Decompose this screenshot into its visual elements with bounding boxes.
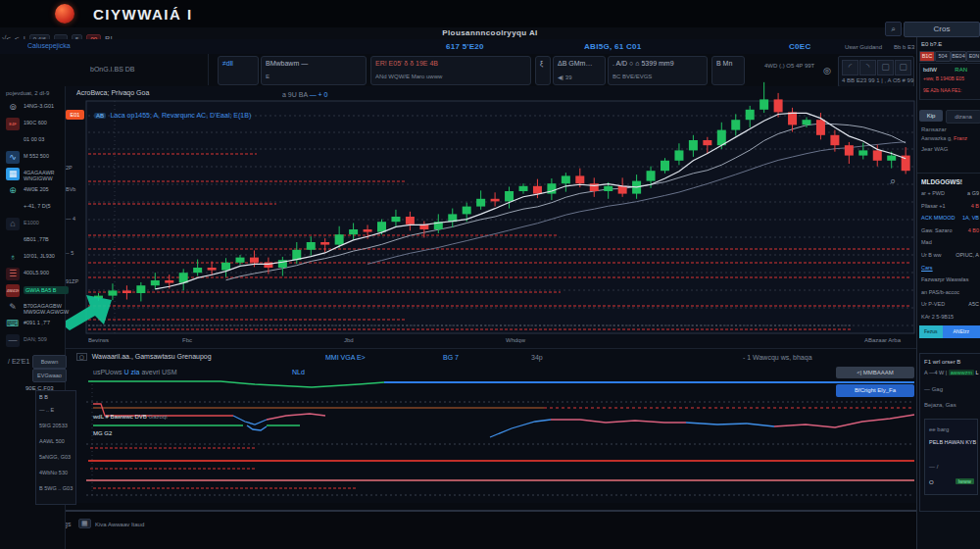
price-axis-label-2: BVb bbox=[66, 186, 84, 192]
subpanel-row-3[interactable]: 5aNGG, G03 bbox=[39, 454, 74, 460]
toolbar-group-0[interactable]: ≠dll bbox=[218, 56, 259, 85]
right-panel: E0 b?.E B1C504BE04E0N bdIW RAN +ww, B 19… bbox=[916, 37, 980, 549]
rp-row-label-0[interactable]: ar + PWD bbox=[921, 190, 945, 196]
quote-box[interactable]: bdIW RAN +ww, B 1940B E05 9E A2b NAA FE1… bbox=[919, 63, 980, 100]
price-value-2: ABI5G, 61 C01 bbox=[584, 42, 642, 51]
close-button[interactable]: Cros bbox=[904, 22, 980, 37]
subpanel-row-1[interactable]: 59IG 20533 bbox=[39, 423, 74, 428]
sidebar-icon-11: 4W419 bbox=[6, 284, 20, 297]
sidebar-button-2[interactable]: EVGwaao bbox=[32, 369, 67, 382]
document-title: Plousannncoolryyqu AI bbox=[0, 28, 980, 37]
thumbnail-2[interactable]: ▢ bbox=[877, 60, 894, 75]
sidebar-item-0[interactable]: ⊚14NG-3.G01 bbox=[0, 100, 65, 116]
rp-row-label-9[interactable]: Ur P-VED bbox=[921, 301, 945, 307]
subpanel-row-0[interactable]: — .. E bbox=[39, 407, 74, 413]
rp-row-value-0: a G9 bbox=[967, 190, 979, 196]
ob-confirm-button[interactable]: Iwww bbox=[956, 478, 974, 484]
toolbar-group-6[interactable]: B Mn bbox=[711, 56, 745, 85]
thumbnail-3[interactable]: ▢ bbox=[895, 60, 911, 75]
chart-title-badge: AB bbox=[94, 113, 106, 119]
toolbar-group-1[interactable]: BMwbawm —E bbox=[261, 56, 367, 85]
rp-row-value-1: 4 B bbox=[971, 203, 979, 209]
tab-dizana[interactable]: dizana bbox=[946, 110, 980, 124]
sidebar-header: pojevduat, 2 dl-9 bbox=[6, 89, 63, 97]
ind-sub-b1[interactable]: U zia bbox=[124, 369, 140, 375]
search-icon[interactable]: ⌕ bbox=[885, 22, 902, 36]
toolbar-group-3[interactable]: ξ bbox=[535, 56, 551, 85]
settings-icon[interactable]: ◎ bbox=[823, 66, 831, 75]
toolbar-group-2[interactable]: ER! E05' δ δ 19E 4BANd WQW/E Maro uwww bbox=[370, 56, 531, 85]
sidebar-item-5[interactable]: ⊕4W0E 205 bbox=[0, 183, 65, 199]
sidebar-value-5: 4W0E 205 bbox=[24, 186, 65, 192]
sidebar-icon-12: ✎ bbox=[6, 301, 20, 314]
ob-l1: ee barg bbox=[929, 425, 949, 433]
toolbar-loose-items[interactable]: 4WD (.) O5 4P 99T bbox=[764, 62, 814, 70]
sidebar-subpanel: B B — .. E59IG 20533AAWL 5005aNGG, G034W… bbox=[35, 390, 76, 505]
subpanel-row-2[interactable]: AAWL 500 bbox=[39, 438, 74, 444]
progress-left: Fezus bbox=[919, 325, 943, 338]
indicator-name: Wawaaril.aa., Gamsawtasu Grenaupog bbox=[92, 353, 212, 360]
indicator-param-1[interactable]: MMI VGA E> bbox=[325, 353, 366, 362]
indicator-line1-label: wdL # Bawwwc DVB Gazoqi bbox=[93, 413, 167, 421]
thumbnail-1[interactable]: ◝ bbox=[859, 60, 876, 75]
rp-row-label-5[interactable]: Ur B ww bbox=[921, 252, 941, 258]
tab-kip[interactable]: Kip bbox=[919, 110, 943, 122]
rp-row-label-10[interactable]: KAr 2 5-9B15 bbox=[921, 314, 954, 320]
sidebar-item-7[interactable]: ⌂E1000 bbox=[0, 217, 65, 232]
sidebar-item-3[interactable]: ∿M 552 500 bbox=[0, 150, 65, 166]
sidebar-button-1[interactable]: Bowwn bbox=[32, 355, 67, 369]
rp-row-label-7[interactable]: Fazwazpr Wawwlas bbox=[921, 276, 968, 282]
user-guide-label[interactable]: Uswr Guidand bbox=[845, 43, 882, 51]
indicator-blue-badge[interactable]: BfCright Ely_Fa bbox=[836, 384, 914, 397]
rp-row-label-4[interactable]: Mad bbox=[921, 239, 932, 245]
indicator-subheader: usPUows U zia avevri USM bbox=[93, 368, 177, 376]
sidebar-icon-13: ⌨ bbox=[6, 318, 20, 330]
sidebar-item-2[interactable]: 01 00 03 bbox=[0, 133, 65, 149]
rp-badge-3[interactable]: E0N bbox=[966, 51, 980, 62]
toolbar-group-5[interactable]: . A/D ○ ⌂ 5399 mm9BC BVE/EVGS bbox=[608, 56, 708, 85]
indicator-collapse-icon[interactable]: ▢ bbox=[76, 353, 87, 361]
rp-mini-l2b: Franz bbox=[954, 135, 967, 141]
x-axis-label-4: ABazaar Arba bbox=[864, 336, 901, 344]
indicator-param-3: 34p bbox=[531, 353, 543, 362]
subpanel-row-4[interactable]: 4WbNo 530 bbox=[39, 470, 74, 475]
quote-change: RAN bbox=[955, 66, 967, 74]
sidebar-item-14[interactable]: —DAN; 509 bbox=[0, 333, 65, 349]
rp-row-label-3[interactable]: Gaw. Sazaro bbox=[921, 227, 953, 233]
rp-row-label-1[interactable]: Pllasar +1 bbox=[921, 203, 946, 209]
symbol-label[interactable]: Calusepejicka bbox=[27, 42, 71, 49]
toolbar-group-4[interactable]: ΔB GMm…◀| 39 bbox=[553, 56, 606, 85]
order-inner-box[interactable]: ee barg PELB HAWAN KYB — / O Iwww bbox=[924, 419, 978, 495]
order-row2: — Gag bbox=[924, 385, 943, 393]
sidebar-item-1[interactable]: E4F190C 600 bbox=[0, 117, 65, 132]
status-badge-icon[interactable]: ▦ bbox=[78, 519, 91, 528]
rp-mini-l1: Ransazar bbox=[921, 125, 947, 133]
order-row1-tail: L bbox=[976, 370, 979, 375]
sidebar-item-11[interactable]: 4W419GWIA BA5 B bbox=[0, 283, 65, 299]
toolbar-group-sub-4: ◀| 39 bbox=[558, 74, 572, 80]
magnifier-icon[interactable]: ⌕ bbox=[890, 175, 896, 187]
rp-badge-1[interactable]: 504 bbox=[935, 51, 951, 62]
rp-row-label-2[interactable]: ACK MMOOD bbox=[921, 215, 956, 221]
sidebar-item-4[interactable]: ▦4GAGAAWR WNGIGWW bbox=[0, 167, 65, 182]
rp-row-label-8[interactable]: an PAS/b-accoc bbox=[921, 289, 959, 295]
rp-badge-2[interactable]: BE04 bbox=[951, 51, 966, 62]
chart-header-mid-blue[interactable]: — + 0 bbox=[310, 91, 328, 98]
rp-badge-0[interactable]: B1C bbox=[919, 51, 935, 62]
sidebar-item-13[interactable]: ⌨#091 1 ,7'7 bbox=[0, 317, 65, 332]
sidebar-value-2: 01 00 03 bbox=[24, 136, 65, 142]
toolbar-group-label-1: BMwbawm — bbox=[266, 60, 308, 67]
subpanel-row-5[interactable]: B 5WG .. G03 bbox=[39, 485, 74, 491]
indicator-gray-badge[interactable]: <| MMBAAAM bbox=[836, 367, 914, 378]
thumbnail-0[interactable]: ◜ bbox=[842, 60, 858, 75]
sidebar-item-8[interactable]: 6B01 ,77B bbox=[0, 233, 65, 249]
title-bar: CIYWWAIÁ I bbox=[0, 0, 980, 28]
sidebar-item-9[interactable]: ♁10!01, JL930 bbox=[0, 250, 65, 266]
indicator-sub-link[interactable]: NLd bbox=[292, 368, 305, 376]
sidebar-item-6[interactable]: +-41, 7 D(5 bbox=[0, 200, 65, 216]
sidebar-item-10[interactable]: ☰400L5.900 bbox=[0, 267, 65, 282]
rp-row-label-6[interactable]: Cars bbox=[921, 265, 933, 271]
sidebar-item-12[interactable]: ✎B70GAGAGBW MW9GW.AGWGW bbox=[0, 300, 65, 316]
chart-header-mid-gray: a 9U BA bbox=[282, 91, 308, 98]
indicator-param-2[interactable]: BG 7 bbox=[443, 353, 459, 362]
